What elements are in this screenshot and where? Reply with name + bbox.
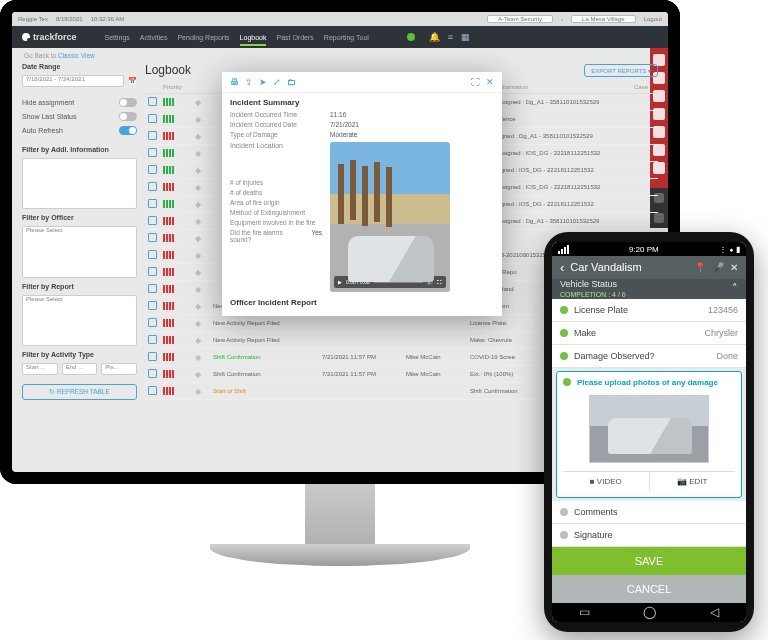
layers-icon[interactable]: ≡ (448, 32, 453, 42)
volume-icon[interactable]: 🔊 (427, 279, 433, 285)
priority-icon (163, 149, 174, 157)
breadcrumb-link[interactable]: Classic View (58, 52, 95, 59)
hide-assignment-toggle[interactable] (119, 98, 137, 107)
priority-icon (163, 285, 174, 293)
breadcrumb: Go Back to Classic View (12, 48, 668, 63)
field-license-plate[interactable]: License Plate123456 (552, 299, 746, 322)
shield-icon: ◆ (195, 166, 209, 175)
menubar-site-select[interactable]: La Mesa Village (571, 15, 636, 23)
back-icon[interactable]: ‹ (560, 260, 564, 275)
row-checkbox[interactable] (148, 267, 157, 276)
nav-settings[interactable]: Settings (105, 34, 130, 41)
filter-officer-label: Filter by Officer (22, 214, 137, 221)
shield-icon: ◆ (195, 251, 209, 260)
share-icon[interactable]: ➤ (259, 77, 267, 87)
menubar-logout[interactable]: Logout (644, 16, 662, 22)
row-checkbox[interactable] (148, 182, 157, 191)
tools-icon[interactable]: ✕ (730, 262, 738, 273)
home-icon[interactable]: ◯ (643, 605, 656, 619)
export-icon[interactable]: ⇪ (245, 77, 253, 87)
location-icon[interactable]: 📍 (694, 262, 706, 273)
shield-icon: ◆ (195, 268, 209, 277)
phone-section-header[interactable]: Vehicle Status COMPLETION : 4 / 6 ˄ (552, 279, 746, 299)
export-reports-button[interactable]: EXPORT REPORTS ▾ (584, 64, 658, 77)
incident-photo[interactable]: ▶ 0:00 / 0:08 🔊 ⛶ (330, 142, 450, 292)
field-make[interactable]: MakeChrysler (552, 322, 746, 345)
back-key-icon[interactable]: ◁ (710, 605, 719, 619)
row-checkbox[interactable] (148, 250, 157, 259)
row-checkbox[interactable] (148, 284, 157, 293)
bell-icon[interactable]: 🔔 (429, 32, 440, 42)
edit-button[interactable]: 📷 EDIT (650, 472, 736, 491)
row-checkbox[interactable] (148, 199, 157, 208)
col-case[interactable]: Case (634, 84, 658, 90)
row-checkbox[interactable] (148, 148, 157, 157)
row-checkbox[interactable] (148, 216, 157, 225)
nav-past-orders[interactable]: Past Orders (276, 34, 313, 41)
priority-icon (163, 200, 174, 208)
activity-end-input[interactable]: End ... (62, 363, 98, 375)
print-icon[interactable]: 🖶 (230, 77, 239, 87)
row-checkbox[interactable] (148, 386, 157, 395)
priority-icon (163, 302, 174, 310)
row-checkbox[interactable] (148, 318, 157, 327)
field-upload-photos[interactable]: Please upload photos of any damage ■ VID… (556, 371, 742, 498)
phone-device: 9:20 PM ⋮ ⬥ ▮ ‹ Car Vandalism 📍 🎤 ✕ Vehi… (544, 232, 754, 632)
field-comments[interactable]: Comments (552, 501, 746, 524)
col-priority[interactable]: Priority (163, 84, 191, 90)
field-signature[interactable]: Signature (552, 524, 746, 547)
calendar-icon[interactable]: 📅 (128, 77, 137, 85)
filter-activity-label: Filter by Activity Type (22, 351, 137, 358)
refresh-table-button[interactable]: ↻ REFRESH TABLE (22, 384, 137, 400)
close-icon[interactable]: ✕ (486, 77, 494, 87)
priority-icon (163, 370, 174, 378)
row-checkbox[interactable] (148, 233, 157, 242)
phone-indicators: ⋮ ⬥ ▮ (719, 245, 740, 254)
damage-photo-thumb[interactable] (589, 395, 709, 463)
row-checkbox[interactable] (148, 114, 157, 123)
row-checkbox[interactable] (148, 335, 157, 344)
priority-icon (163, 132, 174, 140)
chevron-up-icon[interactable]: ˄ (732, 282, 738, 295)
filter-report-select[interactable]: Please Select (22, 295, 137, 346)
system-menubar: Reggie Tex 8/18/2021 10:32:36 AM A-Team … (12, 12, 668, 26)
nav-reporting-tool[interactable]: Reporting Tool (324, 34, 369, 41)
filter-addl-input[interactable] (22, 158, 137, 209)
video-button[interactable]: ■ VIDEO (563, 472, 650, 491)
modal-title: Incident Summary (230, 98, 494, 107)
priority-icon (163, 234, 174, 242)
row-checkbox[interactable] (148, 369, 157, 378)
nav-activities[interactable]: Activities (140, 34, 168, 41)
folder-icon[interactable]: 🗀 (287, 77, 296, 87)
menubar-org-select[interactable]: A-Team Security (487, 15, 553, 23)
activity-please-input[interactable]: Pls... (101, 363, 137, 375)
grid-icon[interactable]: ▦ (461, 32, 470, 42)
row-checkbox[interactable] (148, 301, 157, 310)
cancel-button[interactable]: CANCEL (552, 575, 746, 603)
row-checkbox[interactable] (148, 165, 157, 174)
field-damage-observed[interactable]: Damage Observed?Done (552, 345, 746, 368)
menubar-time: 10:32:36 AM (91, 16, 125, 22)
nav-logbook[interactable]: Logbook (240, 34, 267, 46)
auto-refresh-toggle[interactable] (119, 126, 137, 135)
show-last-toggle[interactable] (119, 112, 137, 121)
expand-icon[interactable]: ⤢ (273, 77, 281, 87)
maximize-icon[interactable]: ⛶ (471, 77, 480, 87)
row-checkbox[interactable] (148, 352, 157, 361)
menubar-date: 8/18/2021 (56, 16, 83, 22)
mic-icon[interactable]: 🎤 (712, 262, 724, 273)
show-last-label: Show Last Status (22, 113, 115, 120)
activity-start-input[interactable]: Start ... (22, 363, 58, 375)
row-checkbox[interactable] (148, 97, 157, 106)
save-button[interactable]: SAVE (552, 547, 746, 575)
filter-officer-select[interactable]: Please Select (22, 226, 137, 277)
menubar-user: Reggie Tex (18, 16, 48, 22)
nav-pending-reports[interactable]: Pending Reports (177, 34, 229, 41)
android-softkeys[interactable]: ▭ ◯ ◁ (552, 603, 746, 622)
video-controls[interactable]: ▶ 0:00 / 0:08 🔊 ⛶ (334, 276, 446, 288)
date-range-input[interactable]: 7/18/2021 - 7/24/2021 (22, 75, 124, 87)
row-checkbox[interactable] (148, 131, 157, 140)
recent-apps-icon[interactable]: ▭ (579, 605, 590, 619)
fullscreen-icon[interactable]: ⛶ (437, 279, 442, 285)
play-icon[interactable]: ▶ (338, 279, 342, 285)
